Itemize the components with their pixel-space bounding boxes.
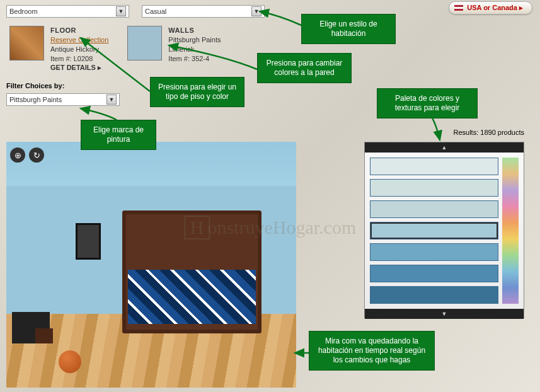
walls-product: Limerick — [168, 45, 221, 54]
walls-swatch[interactable] — [127, 26, 162, 61]
walls-card: WALLS Pittsburgh Paints Limerick Item #:… — [127, 26, 221, 72]
callout-preview: Mira com va quedadando la habitación en … — [309, 331, 435, 371]
callout-palette: Paleta de colores y texturas para elegir — [377, 88, 478, 118]
palette-swatch[interactable] — [370, 265, 498, 282]
floor-swatch[interactable] — [9, 26, 44, 61]
palette-swatch[interactable] — [370, 243, 498, 261]
palette-swatch-column — [370, 158, 498, 304]
palette-swatch[interactable] — [370, 200, 498, 218]
style-select[interactable]: Casual ▼ — [142, 5, 265, 18]
region-button[interactable]: USA or Canada ▸ — [449, 1, 532, 14]
walls-item-number: Item #: 352-4 — [168, 54, 221, 64]
walls-brand: Pittsburgh Paints — [168, 35, 221, 45]
palette-swatch[interactable] — [370, 158, 498, 175]
palette-swatch[interactable] — [370, 222, 498, 239]
palette-scroll-up[interactable]: ▲ — [365, 142, 524, 153]
color-palette: ▲ ▼ — [364, 142, 524, 318]
floor-product: Antique Hickory — [50, 45, 108, 54]
hue-strip[interactable] — [502, 158, 519, 304]
chevron-down-icon: ▼ — [106, 95, 117, 105]
floor-title: FLOOR — [50, 26, 108, 35]
filter-select[interactable]: Pittsburgh Paints ▼ — [6, 93, 120, 106]
callout-floor: Presiona para elegir un tipo de piso y c… — [150, 77, 244, 107]
region-button-label: USA or Canada ▸ — [467, 4, 523, 11]
room-select-value: Bedroom — [9, 8, 116, 15]
callout-style: Elige un estilo de habitación — [301, 14, 396, 44]
preview-ball — [59, 350, 81, 373]
palette-scroll-down[interactable]: ▼ — [365, 309, 524, 319]
refresh-icon[interactable]: ↻ — [29, 147, 44, 163]
preview-bedding — [128, 270, 255, 324]
palette-swatch[interactable] — [370, 179, 498, 197]
results-count: Results: 1890 products — [453, 129, 524, 136]
style-select-value: Casual — [145, 8, 251, 15]
floor-card: FLOOR Reserve Collection Antique Hickory… — [9, 26, 108, 72]
callout-walls: Presiona para cambiar colores a la pared — [257, 53, 352, 83]
floor-collection-link[interactable]: Reserve Collection — [50, 36, 108, 43]
preview-poster — [76, 223, 101, 260]
filter-select-value: Pittsburgh Paints — [9, 96, 106, 103]
room-select[interactable]: Bedroom ▼ — [6, 5, 129, 18]
callout-brand: Elige marca de pintura — [81, 120, 156, 150]
zoom-icon[interactable]: ⊕ — [10, 147, 25, 163]
floor-item-number: Item #: L0208 — [50, 54, 108, 64]
walls-title: WALLS — [168, 26, 221, 35]
preview-stool — [35, 328, 53, 343]
room-preview — [6, 142, 296, 388]
floor-details-link[interactable]: GET DETAILS ▸ — [50, 63, 108, 72]
chevron-down-icon: ▼ — [116, 6, 126, 16]
palette-swatch[interactable] — [370, 286, 498, 304]
chevron-down-icon: ▼ — [251, 6, 261, 16]
